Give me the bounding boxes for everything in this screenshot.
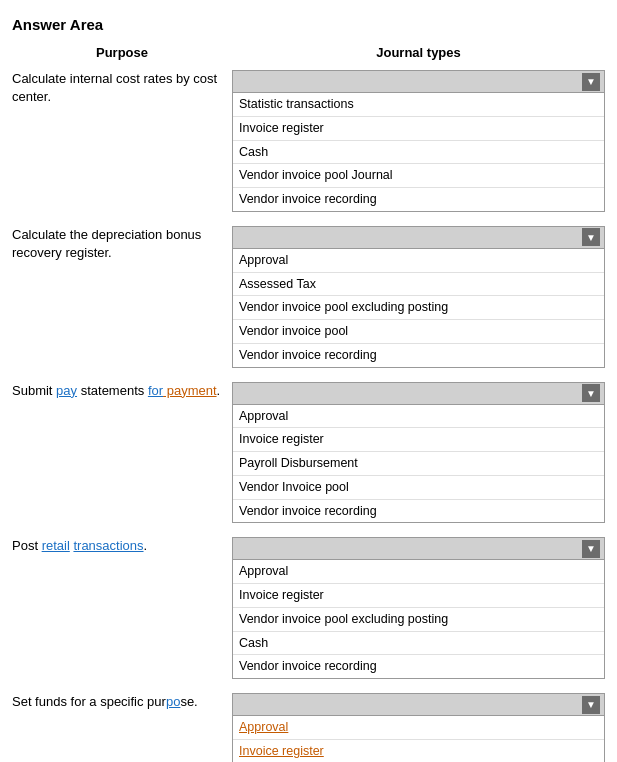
dropdown-item[interactable]: Invoice register <box>233 740 604 762</box>
dropdown-header: ▼ <box>233 694 604 716</box>
journal-dropdown[interactable]: ▼ApprovalInvoice registerVendor invoice … <box>232 537 605 679</box>
chevron-down-icon[interactable]: ▼ <box>582 384 600 402</box>
dropdown-items: ApprovalAssessed TaxVendor invoice pool … <box>233 249 604 367</box>
dropdown-header: ▼ <box>233 227 604 249</box>
dropdown-header: ▼ <box>233 538 604 560</box>
dropdown-item[interactable]: Cash <box>233 632 604 656</box>
dropdown-item[interactable]: Vendor invoice pool excluding posting <box>233 608 604 632</box>
dropdown-item[interactable]: Cash <box>233 141 604 165</box>
dropdown-items: ApprovalInvoice registerPayroll Disburse… <box>233 405 604 523</box>
dropdown-item[interactable]: Vendor invoice recording <box>233 500 604 523</box>
purpose-cell: Set funds for a specific purpose. <box>12 693 232 711</box>
journal-header: Journal types <box>232 45 605 60</box>
dropdown-item[interactable]: Assessed Tax <box>233 273 604 297</box>
dropdown-item[interactable]: Approval <box>233 716 604 740</box>
journal-dropdown[interactable]: ▼ApprovalInvoice registerPayroll Disburs… <box>232 382 605 524</box>
purpose-cell: Calculate the depreciation bonus recover… <box>12 226 232 262</box>
dropdown-item[interactable]: Vendor invoice pool <box>233 320 604 344</box>
purpose-cell: Calculate internal cost rates by cost ce… <box>12 70 232 106</box>
dropdown-item[interactable]: Vendor invoice recording <box>233 344 604 367</box>
journal-dropdown[interactable]: ▼ApprovalInvoice registerVendor invoice … <box>232 693 605 762</box>
dropdown-item[interactable]: Vendor invoice recording <box>233 655 604 678</box>
dropdown-item[interactable]: Vendor invoice pool excluding posting <box>233 296 604 320</box>
qa-row: Post retail transactions.▼ApprovalInvoic… <box>12 537 605 679</box>
qa-row: Calculate internal cost rates by cost ce… <box>12 70 605 212</box>
qa-row: Set funds for a specific purpose.▼Approv… <box>12 693 605 762</box>
dropdown-item[interactable]: Approval <box>233 249 604 273</box>
dropdown-header: ▼ <box>233 383 604 405</box>
dropdown-item[interactable]: Vendor invoice pool Journal <box>233 164 604 188</box>
chevron-down-icon[interactable]: ▼ <box>582 73 600 91</box>
chevron-down-icon[interactable]: ▼ <box>582 228 600 246</box>
chevron-down-icon[interactable]: ▼ <box>582 696 600 714</box>
page-title: Answer Area <box>12 16 605 33</box>
purpose-cell: Submit pay statements for payment. <box>12 382 232 400</box>
journal-dropdown[interactable]: ▼Statistic transactionsInvoice registerC… <box>232 70 605 212</box>
dropdown-item[interactable]: Invoice register <box>233 117 604 141</box>
purpose-cell: Post retail transactions. <box>12 537 232 555</box>
dropdown-header: ▼ <box>233 71 604 93</box>
qa-row: Submit pay statements for payment.▼Appro… <box>12 382 605 524</box>
dropdown-items: ApprovalInvoice registerVendor invoice p… <box>233 560 604 678</box>
chevron-down-icon[interactable]: ▼ <box>582 540 600 558</box>
qa-row: Calculate the depreciation bonus recover… <box>12 226 605 368</box>
dropdown-item[interactable]: Approval <box>233 405 604 429</box>
dropdown-items: Statistic transactionsInvoice registerCa… <box>233 93 604 211</box>
dropdown-item[interactable]: Statistic transactions <box>233 93 604 117</box>
dropdown-item[interactable]: Vendor Invoice pool <box>233 476 604 500</box>
journal-dropdown[interactable]: ▼ApprovalAssessed TaxVendor invoice pool… <box>232 226 605 368</box>
dropdown-item[interactable]: Approval <box>233 560 604 584</box>
dropdown-item[interactable]: Invoice register <box>233 428 604 452</box>
dropdown-items: ApprovalInvoice registerVendor invoice p… <box>233 716 604 762</box>
dropdown-item[interactable]: Invoice register <box>233 584 604 608</box>
dropdown-item[interactable]: Vendor invoice recording <box>233 188 604 211</box>
dropdown-item[interactable]: Payroll Disbursement <box>233 452 604 476</box>
purpose-header: Purpose <box>12 45 232 60</box>
